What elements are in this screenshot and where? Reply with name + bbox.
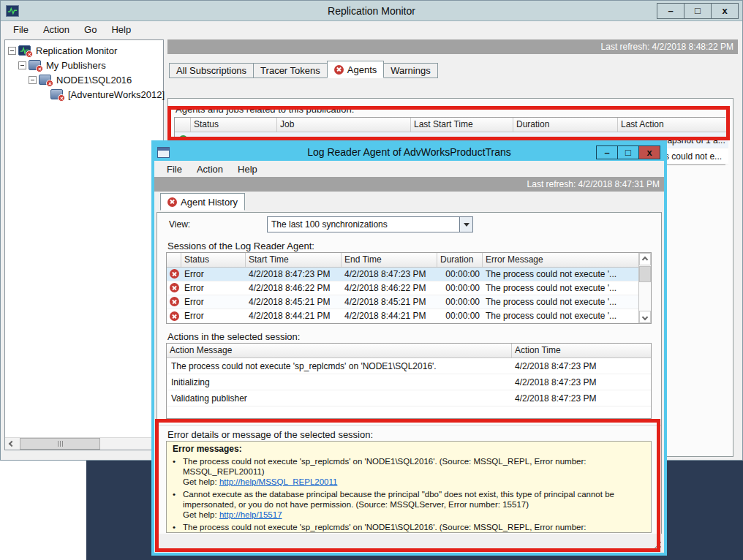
column-header-action-message[interactable]: Action Message (167, 344, 512, 357)
resize-grip[interactable] (652, 540, 661, 550)
collapse-icon[interactable] (8, 47, 16, 55)
column-header-icon[interactable] (175, 118, 191, 132)
error-message-text: The process could not execute 'sp_replcm… (183, 457, 586, 476)
dialog-titlebar[interactable]: Log Reader Agent of AdvWorksProductTrans… (154, 143, 664, 161)
tree-item-label: My Publishers (44, 59, 108, 72)
help-link[interactable]: http://help/MSSQL_REPL20011 (219, 477, 338, 486)
cell-start-time: 4/2/2018 8:47:23 PM (246, 269, 342, 279)
dropdown-button[interactable] (459, 217, 472, 232)
maximize-button[interactable]: □ (684, 3, 712, 19)
view-dropdown[interactable]: The last 100 synchronizations (267, 216, 473, 232)
tab-label: Warnings (391, 65, 430, 76)
main-titlebar[interactable]: Replication Monitor – □ x (1, 1, 742, 21)
error-message-item: • The process could not execute 'sp_repl… (173, 522, 644, 533)
column-header-end-time[interactable]: End Time (342, 253, 437, 267)
collapse-icon[interactable] (18, 61, 26, 69)
error-status-icon (334, 65, 344, 75)
tab-agent-history[interactable]: Agent History (160, 193, 245, 211)
scrollbar-thumb[interactable] (20, 438, 100, 450)
get-help-label: Get help: (183, 477, 217, 486)
menu-help[interactable]: Help (231, 162, 264, 176)
error-details-box: Error messages: • The process could not … (166, 441, 652, 533)
error-icon-cell (167, 297, 181, 306)
error-icon (170, 283, 179, 292)
publication-error-icon (50, 89, 63, 99)
cell-duration: 00:00:00 (437, 311, 483, 321)
scroll-left-icon[interactable] (5, 438, 18, 450)
menu-go[interactable]: Go (78, 23, 103, 37)
column-header-status[interactable]: Status (191, 118, 277, 132)
minimize-button[interactable]: – (657, 3, 684, 19)
tree-item-my-publishers[interactable]: My Publishers (5, 58, 163, 72)
sessions-table: Status Start Time End Time Duration Erro… (166, 252, 652, 324)
dialog-title: Log Reader Agent of AdvWorksProductTrans (154, 146, 664, 158)
tree-horizontal-scrollbar[interactable] (5, 437, 163, 450)
sessions-vertical-scrollbar[interactable] (638, 253, 651, 323)
column-header-status[interactable]: Status (181, 253, 246, 267)
minimize-button[interactable]: – (596, 145, 618, 159)
cell-duration: 00:00:00 (437, 283, 483, 293)
session-row[interactable]: Error 4/2/2018 8:45:21 PM 4/2/2018 8:45:… (167, 295, 638, 309)
session-row[interactable]: Error 4/2/2018 8:44:21 PM 4/2/2018 8:44:… (167, 309, 638, 323)
tab-tracer-tokens[interactable]: Tracer Tokens (253, 63, 328, 78)
cell-duration: 00:00:00 (437, 269, 483, 279)
column-header-last-start-time[interactable]: Last Start Time (411, 118, 513, 132)
action-row[interactable]: Validating publisher 4/2/2018 8:47:23 PM (167, 390, 651, 406)
agents-jobs-label: Agents and jobs related to this publicat… (176, 104, 354, 115)
close-button[interactable]: x (638, 145, 660, 159)
session-row[interactable]: Error 4/2/2018 8:46:22 PM 4/2/2018 8:46:… (167, 281, 638, 295)
column-header-error-message[interactable]: Error Message (483, 253, 638, 267)
action-row[interactable]: The process could not execute 'sp_replcm… (167, 358, 651, 374)
column-header-icon[interactable] (167, 253, 181, 267)
help-link[interactable]: http://help/15517 (219, 510, 282, 519)
cell-duration: 00:00:00 (437, 297, 483, 307)
cell-error-message: The process could not execute '... (483, 269, 638, 279)
view-label: View: (169, 219, 190, 230)
error-message-text: The process could not execute 'sp_replcm… (183, 523, 586, 533)
scroll-up-icon[interactable] (639, 253, 651, 265)
tab-all-subscriptions[interactable]: All Subscriptions (169, 63, 254, 78)
maximize-button[interactable]: □ (617, 145, 639, 159)
cell-action-time: 4/2/2018 8:47:23 PM (512, 393, 651, 404)
scrollbar-thumb[interactable] (639, 266, 651, 282)
error-icon-cell (167, 269, 181, 279)
scroll-down-icon[interactable] (639, 311, 651, 323)
column-header-last-action[interactable]: Last Action (618, 118, 728, 132)
cell-error-message: The process could not execute '... (483, 297, 638, 307)
cell-action-time: 4/2/2018 8:47:23 PM (512, 361, 651, 371)
cell-action-message: The process could not execute 'sp_replcm… (167, 361, 512, 371)
close-button[interactable]: x (711, 3, 739, 19)
column-header-duration[interactable]: Duration (513, 118, 618, 132)
cell-start-time: 4/2/2018 8:46:22 PM (246, 283, 342, 293)
menu-action[interactable]: Action (37, 23, 76, 37)
tree-item-replication-monitor[interactable]: Replication Monitor (5, 43, 163, 58)
session-row-selected[interactable]: Error 4/2/2018 8:47:23 PM 4/2/2018 8:47:… (167, 268, 638, 281)
view-dropdown-value: The last 100 synchronizations (268, 219, 459, 230)
cell-action-message: Initializing (167, 377, 512, 387)
cell-action-time: 4/2/2018 8:47:23 PM (512, 377, 651, 387)
column-header-action-time[interactable]: Action Time (512, 344, 651, 357)
publication-tabstrip: All Subscriptions Tracer Tokens Agents W… (167, 58, 738, 78)
menu-file[interactable]: File (7, 23, 35, 37)
action-row[interactable]: Initializing 4/2/2018 8:47:23 PM (167, 374, 651, 390)
agents-table-header: Status Job Last Start Time Duration Last… (175, 118, 728, 132)
tree-item-node1-sql2016[interactable]: NODE1\SQL2016 (5, 72, 163, 87)
cell-status: Error (181, 269, 246, 279)
column-header-job[interactable]: Job (277, 118, 411, 132)
error-message-item: • Cannot execute as the database princip… (173, 489, 644, 520)
publishers-error-icon (29, 60, 41, 70)
cell-start-time: 4/2/2018 8:45:21 PM (246, 297, 342, 307)
tab-agents[interactable]: Agents (327, 61, 384, 78)
column-header-start-time[interactable]: Start Time (246, 253, 342, 267)
menu-action[interactable]: Action (190, 162, 230, 176)
tree-item-label: NODE1\SQL2016 (54, 74, 134, 86)
tab-warnings[interactable]: Warnings (383, 63, 437, 78)
actions-table-header: Action Message Action Time (167, 344, 651, 358)
collapse-icon[interactable] (29, 76, 37, 84)
sessions-table-header: Status Start Time End Time Duration Erro… (167, 253, 638, 268)
menu-file[interactable]: File (160, 162, 189, 176)
tree-item-adventureworks2012[interactable]: [AdventureWorks2012] (5, 87, 163, 102)
menu-help[interactable]: Help (105, 23, 137, 37)
column-header-duration[interactable]: Duration (437, 253, 483, 267)
section-divider (157, 425, 661, 425)
